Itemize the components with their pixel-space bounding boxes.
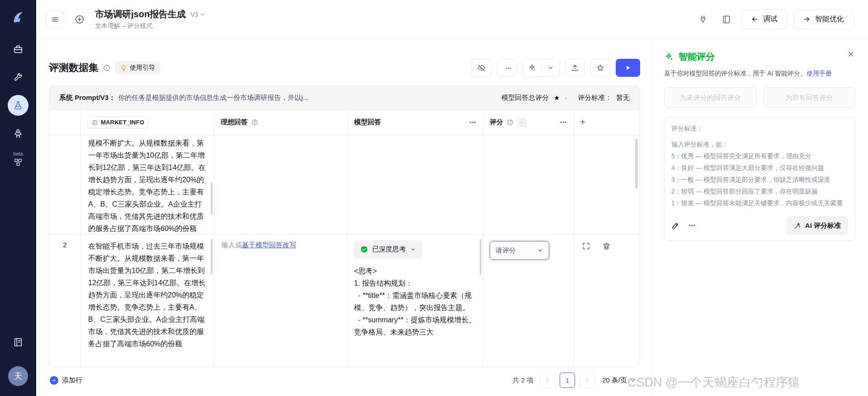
row-actions-cell — [574, 235, 640, 367]
panel-title: 智能评分 — [679, 51, 715, 63]
sidebar-item-deploy[interactable] — [8, 123, 28, 144]
chevron-down-icon — [630, 377, 636, 383]
prev-page-button[interactable] — [540, 372, 555, 388]
run-button[interactable] — [616, 59, 640, 77]
manual-link[interactable]: 使用手册 — [807, 70, 832, 77]
cell-scrollbar[interactable] — [480, 239, 481, 275]
upload-button[interactable] — [565, 59, 585, 77]
dataset-toolbar: ⋯ — [472, 59, 640, 77]
column-ideal-answer: 理想回答 — [214, 110, 348, 135]
new-item-button[interactable] — [71, 10, 89, 28]
criteria-more-button[interactable]: ⋯ — [689, 222, 696, 230]
dataset-info-icon[interactable] — [103, 64, 110, 71]
trash-icon — [602, 242, 611, 250]
favorite-button[interactable] — [590, 59, 610, 77]
score-select[interactable]: 请评分 — [490, 241, 549, 260]
criteria-editor-label: 评分标准： — [671, 125, 848, 133]
rewrite-from-model-link[interactable]: 基于模型回答改写 — [242, 241, 296, 249]
score-all-button[interactable]: 为所有回答评分 — [763, 87, 856, 108]
criteria-example: 4：良好 — 模型回答满足大部分要求，仅存在轻微问题 — [671, 162, 848, 174]
briefcase-icon — [13, 44, 23, 54]
cell-scrollbar[interactable] — [211, 239, 212, 274]
sidebar-item-manual[interactable] — [8, 332, 28, 353]
row-index — [49, 135, 81, 234]
chevron-down-icon — [542, 59, 559, 76]
chevron-left-icon — [544, 377, 551, 383]
deep-think-label: 已深度思考 — [372, 245, 406, 254]
table-row: 规模不断扩大。从规模数据来看，第一年市场出货量为10亿部，第二年增长到12亿部，… — [49, 135, 640, 235]
version-selector[interactable]: V3 — [190, 11, 205, 18]
dataset-title: 评测数据集 — [49, 61, 99, 75]
ellipsis-icon: ⋯ — [505, 65, 512, 71]
criteria-editor[interactable]: 评分标准： 输入评分标准，如： 5：优秀 — 模型回答完全满足所有要求，理由充分… — [664, 117, 855, 241]
score-unscored-button[interactable]: 为未评分的回答评分 — [664, 87, 757, 108]
column-score: 评分 - ⋯ — [483, 110, 574, 135]
score-summary-box[interactable]: - — [517, 118, 526, 127]
hide-columns-button[interactable] — [472, 59, 491, 77]
rocket-icon — [13, 128, 23, 138]
table-scrollbar[interactable] — [635, 139, 638, 189]
ai-criteria-button[interactable]: AI 评分标准 — [786, 216, 848, 235]
table-row: 2 在智能手机市场，过去三年市场规模不断扩大。从规模数据来看，第一年市场出货量为… — [49, 235, 640, 367]
next-page-button[interactable] — [580, 372, 595, 388]
components-icon — [14, 158, 23, 167]
magic-icon — [523, 59, 542, 76]
more-actions-button[interactable]: ⋯ — [497, 59, 517, 77]
debug-button[interactable]: 调试 — [741, 9, 787, 29]
market-info-cell[interactable]: 在智能手机市场，过去三年市场规模不断扩大。从规模数据来看，第一年市场出货量为10… — [81, 235, 214, 367]
model-column-more-button[interactable]: ⋯ — [469, 118, 476, 127]
sidebar-item-evaluation[interactable] — [8, 95, 28, 116]
total-score-value: - — [565, 94, 567, 102]
score-column-more-button[interactable]: ⋯ — [560, 118, 567, 127]
panel-title-row: 智能评分 — [664, 51, 855, 63]
page-size-value: 20 条/页 — [602, 376, 627, 385]
sidebar-item-workspace[interactable] — [8, 39, 28, 60]
panel-description: 基于你对模型回答的评分标准，用于 AI 智能评分。使用手册 — [664, 68, 855, 78]
help-icon[interactable] — [507, 119, 514, 126]
score-select-placeholder: 请评分 — [495, 246, 516, 255]
plugin-button[interactable] — [694, 11, 712, 28]
ideal-answer-cell[interactable]: 输入或基于模型回答改写 — [214, 235, 348, 367]
model-answer-cell[interactable] — [348, 135, 483, 234]
page-button-current[interactable]: 1 — [560, 372, 575, 388]
smart-optimize-button[interactable]: 智能优化 — [793, 9, 854, 29]
total-score-star-icon[interactable] — [553, 94, 560, 101]
criteria-placeholder-intro: 输入评分标准，如： — [671, 138, 848, 150]
score-cell[interactable] — [483, 135, 574, 234]
system-prompt-bar: 系统 Prompt/V3： 你的任务是根据提供的市场信息生成一份市场调研报告，并… — [49, 86, 640, 110]
column-market-info: MARKET_INFO — [81, 110, 214, 135]
add-column-button[interactable]: + — [580, 117, 585, 127]
market-info-field-chip[interactable]: MARKET_INFO — [87, 116, 149, 128]
generate-split-button[interactable] — [522, 59, 560, 77]
lightbulb-icon — [120, 65, 127, 71]
arrow-right-icon — [803, 15, 811, 23]
menu-button[interactable] — [46, 10, 64, 28]
delete-row-button[interactable] — [602, 242, 611, 367]
expand-row-button[interactable] — [582, 242, 590, 367]
user-avatar[interactable]: 天 — [8, 366, 28, 386]
criteria-example: 5：优秀 — 模型回答完全满足所有要求，理由充分 — [671, 150, 848, 162]
app-logo[interactable] — [8, 7, 28, 27]
cell-scrollbar[interactable] — [211, 182, 212, 215]
close-panel-button[interactable] — [847, 51, 854, 58]
version-label: V3 — [190, 11, 198, 18]
sidebar-item-tools[interactable] — [8, 67, 28, 88]
deep-think-badge[interactable]: 已深度思考 — [354, 240, 422, 259]
page-size-select[interactable]: 20 条/页 — [599, 376, 638, 385]
ai-criteria-label: AI 评分标准 — [805, 222, 841, 230]
total-score-group: 模型回答总评分 - 评分标准： 暂无 — [501, 94, 630, 102]
chevron-down-icon — [200, 12, 205, 17]
play-icon — [624, 64, 632, 71]
ideal-answer-cell[interactable] — [214, 135, 348, 234]
docs-button[interactable] — [718, 11, 735, 28]
model-answer-cell[interactable]: 已深度思考 <思考> 1. 报告结构规划： - **title**：需涵盖市场核… — [348, 235, 483, 367]
add-row-button[interactable]: + 添加行 — [50, 376, 82, 385]
usage-guide-chip[interactable]: 使用引导 — [115, 61, 160, 75]
edit-criteria-button[interactable] — [671, 222, 679, 230]
criteria-value: 暂无 — [616, 94, 630, 102]
pencil-icon — [671, 222, 679, 230]
market-info-cell[interactable]: 规模不断扩大。从规模数据来看，第一年市场出货量为10亿部，第二年增长到12亿部，… — [81, 135, 214, 234]
help-icon[interactable] — [251, 119, 258, 126]
sidebar-item-beta-components[interactable]: beta — [13, 151, 23, 167]
column-add: + — [574, 110, 640, 135]
